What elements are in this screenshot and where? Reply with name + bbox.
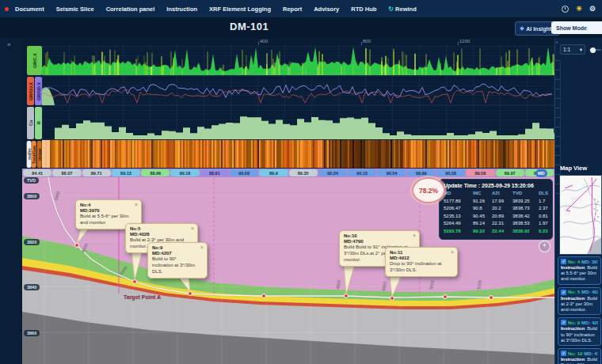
collapse-left-icon[interactable]: « bbox=[7, 41, 10, 48]
log-track-4: md/mTotalGasimage bbox=[22, 140, 554, 169]
sun-icon[interactable]: ☀ bbox=[576, 6, 582, 13]
contour-map bbox=[560, 176, 601, 254]
survey-row: 5206.4790.820.23838.732.37 bbox=[444, 205, 548, 213]
annotation-no-9[interactable]: ×No:9MD:4207Build to 90° inclination at … bbox=[147, 242, 208, 279]
menu-bar: DocumentSeismic SliceCorrelation panelIn… bbox=[0, 0, 602, 17]
chevron-down-icon: ▾ bbox=[580, 47, 582, 53]
survey-update-panel: Update Time : 2025-09-29 15:20:06 MDINCA… bbox=[439, 179, 553, 240]
map-view-title: Map View bbox=[560, 165, 587, 172]
md-strip-value: 89.9 bbox=[259, 169, 288, 176]
md-strip-value: 89.18 bbox=[170, 169, 199, 176]
menu-item-correlation-panel[interactable]: Correlation panel bbox=[106, 6, 155, 13]
instruction-card-no-10[interactable]: ✓No: 10MD: 4790Instruction: Build Build … bbox=[558, 348, 601, 364]
menu-icons: ☀ ⚙ bbox=[562, 6, 596, 13]
log-tracks: GR/C.XGR/GU.XGR/GD.XCaRmd/mTotalGasimage bbox=[22, 45, 554, 169]
close-icon[interactable]: × bbox=[191, 226, 194, 231]
checkbox-icon[interactable]: ✓ bbox=[561, 290, 566, 295]
md-strip-value: 89.13 bbox=[112, 169, 140, 176]
checkbox-icon[interactable]: ✓ bbox=[561, 259, 566, 264]
clock-icon[interactable] bbox=[562, 6, 569, 13]
survey-table-header: MDINCAZITVDDLS bbox=[444, 190, 548, 198]
log-track-3: CaR bbox=[22, 106, 554, 140]
menu-item-document[interactable]: Document bbox=[15, 6, 44, 13]
track-plot-3 bbox=[42, 106, 554, 140]
scale-select[interactable]: 1:1 ▾ bbox=[560, 44, 585, 55]
track-label-gr-c-x[interactable]: GR/C.X bbox=[27, 46, 42, 75]
md-strip-value: 88.96 bbox=[141, 169, 170, 176]
show-mode-button[interactable]: Show Mode bbox=[551, 21, 602, 34]
left-rail: « bbox=[0, 38, 23, 364]
cross-section[interactable]: 3900400041004800490050005100 TVD 3800382… bbox=[22, 177, 554, 364]
annotation-no-11[interactable]: ×No:11MD:4912Drop to 90° inclination at … bbox=[385, 247, 458, 277]
track-plot-4 bbox=[42, 140, 554, 169]
instruction-list: ✓No: 4MD: 3970Instruction: Build at 5.5-… bbox=[558, 256, 601, 364]
menu-items: DocumentSeismic SliceCorrelation panelIn… bbox=[15, 6, 429, 13]
zoom-slider[interactable] bbox=[589, 49, 601, 51]
target-point-label: Target Point A bbox=[124, 294, 161, 300]
app-logo-dot bbox=[5, 7, 9, 11]
menu-item-xrf-element-logging[interactable]: XRF Element Logging bbox=[209, 6, 271, 13]
track-label-ca[interactable]: Ca bbox=[27, 107, 34, 139]
md-strip-value: 89.97 bbox=[496, 169, 524, 176]
md-strip-value: 90.38 bbox=[436, 169, 465, 176]
title-bar: DM-101 AI Insights Show Mode bbox=[0, 17, 602, 38]
log-track-1: GR/C.X bbox=[22, 45, 554, 76]
md-strip-value: 88.81 bbox=[200, 169, 229, 176]
md-strip-value: 84.41 bbox=[23, 169, 51, 176]
checkbox-icon[interactable]: ✓ bbox=[561, 351, 566, 356]
menu-item-instruction[interactable]: Instruction bbox=[166, 6, 197, 13]
tvd-tick-3840: 3840 bbox=[24, 284, 40, 290]
tvd-tick-3820: 3820 bbox=[24, 239, 40, 245]
instruction-card-no-4[interactable]: ✓No: 4MD: 3970Instruction: Build at 5.5-… bbox=[558, 256, 601, 285]
tvd-axis-label: TVD bbox=[24, 177, 39, 184]
close-icon[interactable]: × bbox=[200, 245, 204, 250]
md-strip-value: 89.71 bbox=[82, 169, 111, 176]
map-view[interactable] bbox=[559, 175, 602, 255]
menu-item-rewind[interactable]: ↻Rewind bbox=[388, 6, 416, 13]
menu-item-report[interactable]: Report bbox=[283, 6, 302, 13]
menu-item-seismic-slice[interactable]: Seismic Slice bbox=[56, 6, 94, 13]
survey-row: 5293.7889.3222.443838.920.23 bbox=[444, 228, 548, 236]
menu-item-advisory[interactable]: Advisory bbox=[314, 6, 339, 13]
track-label-gr-gd-x[interactable]: GR/GD.X bbox=[35, 77, 42, 105]
close-icon[interactable]: × bbox=[135, 202, 138, 207]
md-value-strip: 84.4188.0789.7189.1388.9689.1888.8190.08… bbox=[22, 169, 554, 177]
right-sidebar: ‹ 1:1 ▾ Map View ✓No: 4MD: 3 bbox=[554, 38, 602, 364]
zoom-in-button[interactable]: + bbox=[539, 241, 551, 252]
md-strip-value: 89.99 bbox=[407, 169, 436, 176]
checkbox-icon[interactable]: ✓ bbox=[561, 320, 566, 325]
menu-item-rtd-hub[interactable]: RTD Hub bbox=[351, 6, 376, 13]
slider-knob[interactable] bbox=[590, 47, 596, 53]
instruction-card-no-9[interactable]: ✓No: 9MD: 4207Instruction: Build to 90° … bbox=[558, 317, 601, 346]
track-label-image[interactable]: image bbox=[37, 141, 42, 168]
md-strip-value: 88.07 bbox=[52, 169, 81, 176]
survey-row: 5177.8991.2617.993839.251.7 bbox=[444, 198, 548, 206]
tvd-tick-3860: 3860 bbox=[24, 330, 40, 336]
survey-row: 5235.1390.4520.893838.420.81 bbox=[444, 213, 548, 221]
track-label-r[interactable]: R bbox=[35, 107, 42, 139]
md-strip-value: 89.58 bbox=[466, 169, 494, 176]
track-label-totalgas[interactable]: TotalGas bbox=[32, 141, 36, 168]
well-title: DM-101 bbox=[230, 21, 269, 32]
md-strip-value: 89.35 bbox=[289, 169, 318, 176]
md-strip-value: 90.15 bbox=[348, 169, 376, 176]
survey-row: 5264.4989.1422.313838.531.97 bbox=[444, 220, 548, 228]
sparkle-icon bbox=[520, 26, 524, 31]
ruler-tick: 800 bbox=[363, 38, 371, 45]
collapse-sidebar-icon[interactable]: ‹ bbox=[556, 40, 558, 45]
track-plot-1 bbox=[42, 45, 554, 76]
close-icon[interactable]: × bbox=[451, 249, 454, 255]
instruction-card-no-5[interactable]: ✓No: 5MD: 4028Instruction: Build at 2-3°… bbox=[558, 287, 601, 316]
ruler-tick: 1200 bbox=[459, 38, 470, 45]
track-label-gr-gu-x[interactable]: GR/GU.X bbox=[27, 77, 34, 105]
rewind-icon: ↻ bbox=[388, 6, 394, 13]
update-time: Update Time : 2025-09-29 15:20:06 bbox=[444, 183, 548, 188]
md-strip-value: 90.08 bbox=[230, 169, 258, 176]
md-toggle-button[interactable]: MD bbox=[535, 169, 547, 177]
app-window: DocumentSeismic SliceCorrelation panelIn… bbox=[0, 0, 602, 364]
probability-gauge: 78.2% bbox=[412, 177, 445, 203]
track-label-md-m[interactable]: md/m bbox=[27, 141, 32, 168]
gear-icon[interactable]: ⚙ bbox=[589, 6, 596, 13]
close-icon[interactable]: × bbox=[413, 233, 416, 238]
md-strip-value: 90.24 bbox=[318, 169, 347, 176]
